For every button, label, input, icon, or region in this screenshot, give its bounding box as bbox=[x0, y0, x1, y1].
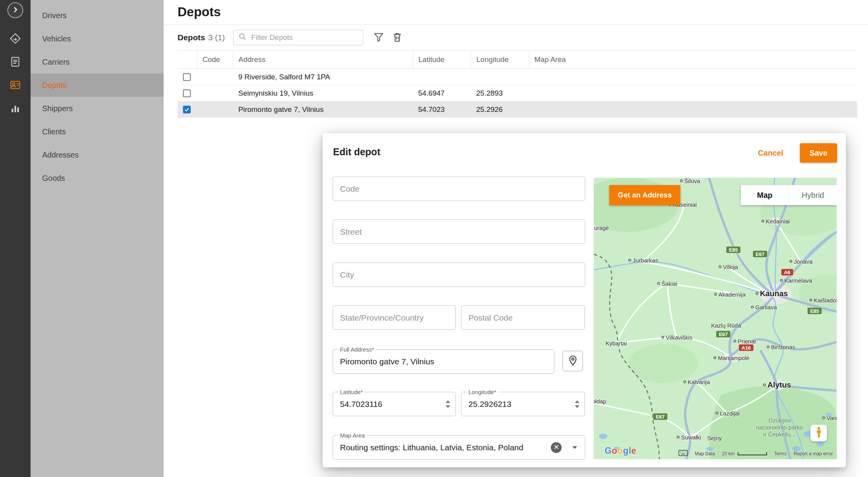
contacts-icon bbox=[9, 79, 21, 92]
map-type-map-button[interactable]: Map bbox=[741, 185, 789, 205]
latitude-field-wrapper: Latitude* bbox=[333, 392, 456, 416]
rail-item-contacts[interactable] bbox=[7, 77, 24, 94]
pegman-icon bbox=[815, 427, 823, 439]
sidebar-item-label: Depots bbox=[42, 81, 67, 90]
filter-button[interactable] bbox=[373, 32, 384, 44]
sidebar-item-label: Clients bbox=[42, 127, 66, 136]
city-field[interactable] bbox=[333, 263, 585, 287]
delete-button[interactable] bbox=[392, 32, 403, 44]
filter-input[interactable] bbox=[250, 33, 358, 42]
column-header-latitude[interactable]: Latitude bbox=[413, 51, 471, 69]
cell-map-area bbox=[529, 69, 857, 85]
map-canvas[interactable]: ŠiluvaRaseiniaiKėdainiaiTauragėJurbarkas… bbox=[594, 178, 837, 459]
sidebar-item-label: Shippers bbox=[42, 104, 73, 113]
column-header-map-area[interactable]: Map Area bbox=[529, 51, 857, 69]
table-row[interactable]: Seimyniskiu 19, Vilnius 54.6947 25.2893 bbox=[178, 85, 857, 101]
postal-code-field[interactable] bbox=[461, 306, 584, 329]
cell-latitude: 54.6947 bbox=[413, 85, 471, 101]
map-scale: 20 km bbox=[722, 451, 767, 456]
rail-item-orders[interactable] bbox=[7, 53, 24, 71]
longitude-stepper[interactable] bbox=[575, 400, 579, 408]
bar-chart-icon bbox=[9, 102, 21, 115]
report-map-error-link[interactable]: Report a map error bbox=[794, 451, 833, 456]
sidebar-item-clients[interactable]: Clients bbox=[31, 120, 164, 143]
column-header-longitude[interactable]: Longitude bbox=[471, 51, 529, 69]
cell-latitude: 54.7023 bbox=[413, 101, 471, 118]
row-checkbox[interactable] bbox=[183, 106, 191, 113]
latitude-field[interactable] bbox=[333, 392, 455, 416]
orders-icon bbox=[9, 56, 21, 69]
full-address-field[interactable] bbox=[333, 350, 554, 373]
column-header-code[interactable]: Code bbox=[197, 51, 233, 69]
sidebar-item-vehicles[interactable]: Vehicles bbox=[31, 27, 164, 50]
sidebar-item-carriers[interactable]: Carriers bbox=[31, 50, 164, 74]
cell-code bbox=[197, 69, 233, 85]
locate-on-map-button[interactable] bbox=[562, 351, 583, 371]
rail-item-routes[interactable] bbox=[7, 30, 24, 48]
sidebar-item-label: Addresses bbox=[42, 151, 79, 160]
sidebar-nav: Drivers Vehicles Carriers Depots Shipper… bbox=[31, 0, 164, 477]
funnel-icon bbox=[373, 32, 384, 44]
table-row[interactable]: 9 Riverside, Salford M7 1PA bbox=[178, 69, 857, 85]
sidebar-item-label: Drivers bbox=[42, 11, 67, 20]
street-field[interactable] bbox=[333, 220, 585, 244]
page-header: Depots bbox=[164, 0, 868, 25]
sidebar-item-depots[interactable]: Depots bbox=[31, 74, 164, 97]
state-field[interactable] bbox=[333, 306, 455, 329]
cancel-button[interactable]: Cancel bbox=[755, 148, 786, 158]
save-button[interactable]: Save bbox=[800, 143, 837, 163]
cell-map-area bbox=[529, 85, 857, 101]
map-graphics bbox=[594, 178, 837, 459]
latitude-label: Latitude* bbox=[338, 389, 365, 395]
sidebar-item-drivers[interactable]: Drivers bbox=[31, 4, 164, 27]
latitude-stepper[interactable] bbox=[446, 400, 450, 408]
cell-code bbox=[197, 85, 233, 101]
sidebar-item-label: Carriers bbox=[42, 58, 70, 67]
filter-input-wrapper bbox=[233, 30, 363, 45]
cell-latitude bbox=[413, 69, 471, 85]
checkbox-column-header bbox=[178, 51, 197, 69]
cell-code bbox=[197, 101, 233, 118]
scale-label: 20 km bbox=[722, 451, 735, 456]
row-checkbox[interactable] bbox=[183, 73, 191, 81]
rail-item-reports[interactable] bbox=[7, 100, 24, 117]
scale-bar bbox=[738, 452, 767, 455]
directions-icon bbox=[9, 33, 21, 46]
map-type-hybrid-button[interactable]: Hybrid bbox=[789, 185, 837, 205]
cell-address: 9 Riverside, Salford M7 1PA bbox=[233, 69, 413, 85]
city-field-wrapper bbox=[333, 263, 585, 287]
code-field-wrapper bbox=[333, 177, 585, 201]
sidebar-item-shippers[interactable]: Shippers bbox=[31, 97, 164, 120]
list-count: 3 (1) bbox=[208, 33, 225, 42]
icon-rail bbox=[0, 0, 31, 477]
map-data-label[interactable]: Map Data bbox=[695, 451, 715, 456]
dropdown-caret-icon[interactable] bbox=[572, 446, 577, 449]
cell-longitude: 25.2926 bbox=[471, 101, 529, 118]
chevron-right-icon bbox=[12, 6, 19, 15]
list-title: Depots bbox=[178, 33, 205, 42]
table-row[interactable]: Piromonto gatve 7, Vilnius 54.7023 25.29… bbox=[178, 101, 857, 118]
keyboard-icon[interactable] bbox=[678, 450, 688, 457]
full-address-field-wrapper: Full Address* bbox=[333, 349, 554, 374]
get-an-address-button[interactable]: Get an Address bbox=[609, 185, 680, 205]
location-pin-icon bbox=[567, 355, 578, 367]
cell-longitude: 25.2893 bbox=[471, 85, 529, 101]
code-field[interactable] bbox=[333, 177, 585, 201]
terms-link[interactable]: Terms bbox=[774, 451, 787, 456]
sidebar-item-label: Vehicles bbox=[42, 34, 71, 43]
map-area-select[interactable] bbox=[333, 436, 585, 459]
search-icon bbox=[238, 33, 250, 43]
column-header-address[interactable]: Address bbox=[233, 51, 413, 69]
sidebar-item-addresses[interactable]: Addresses bbox=[31, 143, 164, 166]
clear-map-area-button[interactable] bbox=[551, 442, 562, 453]
sidebar-item-label: Goods bbox=[42, 174, 65, 183]
row-checkbox[interactable] bbox=[183, 89, 191, 97]
modal-title: Edit depot bbox=[333, 146, 380, 158]
sidebar-toggle-button[interactable] bbox=[7, 2, 23, 18]
trash-icon bbox=[392, 32, 403, 44]
close-icon bbox=[554, 444, 559, 451]
pegman-control[interactable] bbox=[810, 425, 827, 441]
sidebar-item-goods[interactable]: Goods bbox=[31, 166, 164, 190]
postal-code-field-wrapper bbox=[461, 305, 585, 330]
longitude-field[interactable] bbox=[461, 392, 584, 416]
